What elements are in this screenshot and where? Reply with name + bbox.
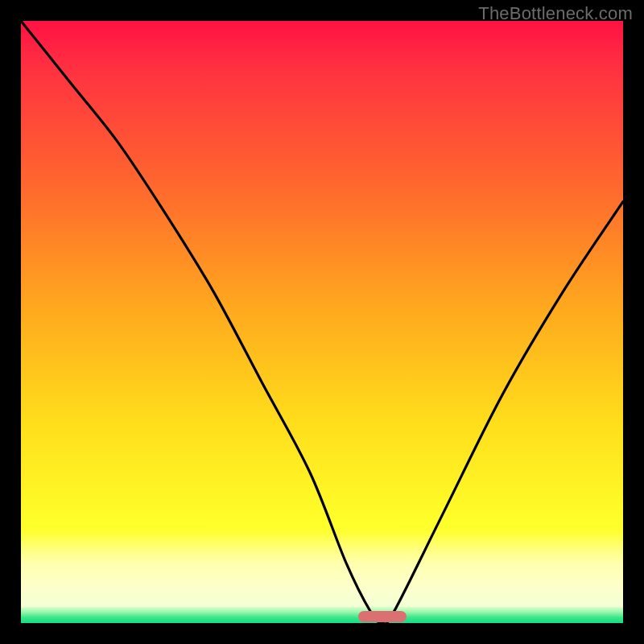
watermark-text: TheBottleneck.com <box>478 3 633 24</box>
plot-area <box>21 21 623 623</box>
chart-container: TheBottleneck.com <box>0 0 644 644</box>
optimal-marker <box>358 611 407 622</box>
bottleneck-curve <box>21 21 623 623</box>
